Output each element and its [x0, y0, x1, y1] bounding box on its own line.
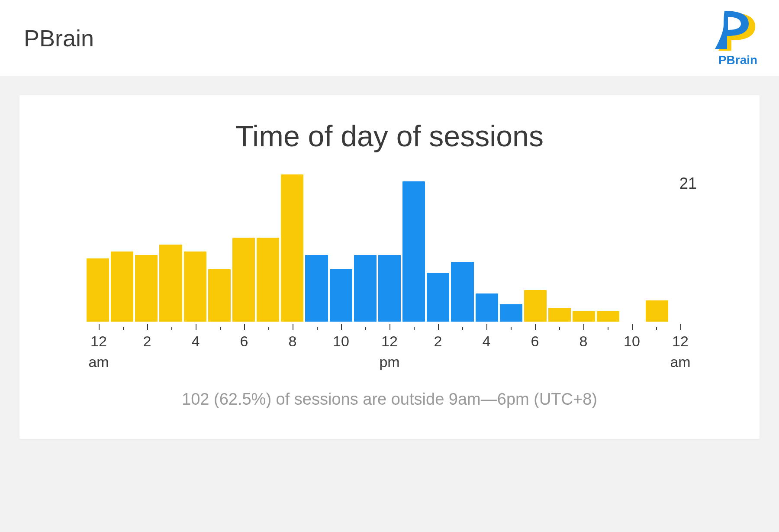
x-tick-label: 12	[90, 333, 107, 350]
bar-hour-18	[524, 290, 547, 322]
pbrain-logo-icon	[714, 9, 762, 52]
content-area: Time of day of sessions 21 1224681012246…	[0, 76, 779, 458]
x-tick-label: 8	[579, 333, 588, 350]
x-tick-minor	[608, 327, 608, 330]
chart-bars	[87, 174, 692, 322]
x-tick-major	[341, 324, 342, 330]
bar-hour-17	[500, 304, 522, 322]
bar-hour-1	[111, 251, 133, 322]
bar-hour-7	[257, 238, 279, 322]
x-tick-minor	[220, 327, 221, 330]
x-tick-major	[583, 324, 584, 330]
bar-hour-11	[354, 255, 377, 322]
x-tick-major	[99, 324, 100, 330]
x-tick-minor	[268, 327, 269, 330]
x-tick-minor	[656, 327, 657, 330]
bar-hour-8	[281, 174, 303, 322]
x-tick-major	[147, 324, 148, 330]
bar-hour-20	[573, 311, 595, 322]
x-tick-label: 2	[434, 333, 442, 350]
x-tick-major	[390, 324, 390, 330]
x-tick-label: 12	[672, 333, 689, 350]
chart-card: Time of day of sessions 21 1224681012246…	[19, 95, 760, 439]
x-tick-major	[438, 324, 439, 330]
x-tick-minor	[317, 327, 318, 330]
bar-hour-15	[451, 262, 473, 322]
x-tick-major	[680, 324, 681, 330]
bar-hour-0	[87, 258, 109, 322]
chart-title: Time of day of sessions	[43, 119, 736, 153]
x-tick-label: 8	[289, 333, 297, 350]
bar-hour-16	[476, 293, 498, 322]
brand-logo: PBrain	[714, 9, 762, 67]
bar-hour-23	[646, 300, 668, 322]
app-header: PBrain PBrain	[0, 0, 779, 76]
x-tick-major	[244, 324, 245, 330]
bar-hour-21	[597, 311, 619, 322]
x-tick-minor	[511, 327, 512, 330]
x-tick-label: 6	[531, 333, 539, 350]
x-tick-label: 4	[483, 333, 491, 350]
x-tick-label: 2	[143, 333, 151, 350]
x-tick-minor	[462, 327, 463, 330]
chart-x-sub-labels: ampmam	[87, 354, 692, 373]
chart-plot-area	[87, 174, 692, 330]
bar-hour-14	[427, 273, 449, 322]
x-sub-label: pm	[379, 354, 399, 371]
x-tick-major	[535, 324, 536, 330]
page-title: PBrain	[24, 25, 94, 52]
x-tick-label: 6	[240, 333, 248, 350]
bar-hour-4	[184, 251, 206, 322]
x-tick-label: 4	[192, 333, 200, 350]
bar-hour-10	[330, 269, 352, 322]
x-tick-minor	[414, 327, 415, 330]
x-sub-label: am	[88, 354, 109, 371]
x-tick-major	[632, 324, 633, 330]
x-tick-major	[196, 324, 196, 330]
x-tick-major	[293, 324, 293, 330]
bar-hour-2	[135, 255, 158, 322]
bar-hour-12	[378, 255, 401, 322]
bar-hour-13	[402, 181, 425, 322]
brand-logo-text: PBrain	[718, 53, 757, 67]
bar-hour-3	[159, 245, 182, 322]
x-tick-label: 10	[333, 333, 349, 350]
bar-hour-19	[548, 308, 571, 322]
bar-hour-5	[208, 269, 231, 322]
bar-hour-9	[305, 255, 328, 322]
x-tick-minor	[171, 327, 172, 330]
chart-caption: 102 (62.5%) of sessions are outside 9am—…	[43, 390, 736, 409]
x-tick-major	[486, 324, 487, 330]
x-sub-label: am	[670, 354, 690, 371]
x-tick-minor	[123, 327, 124, 330]
x-tick-minor	[559, 327, 560, 330]
x-tick-label: 12	[381, 333, 398, 350]
bar-hour-6	[232, 238, 255, 322]
chart-x-axis	[87, 322, 692, 330]
chart-wrap: 21 122468101224681012 ampmam	[43, 174, 736, 373]
x-tick-label: 10	[624, 333, 640, 350]
chart-x-tick-labels: 122468101224681012	[87, 333, 692, 354]
x-tick-minor	[365, 327, 366, 330]
